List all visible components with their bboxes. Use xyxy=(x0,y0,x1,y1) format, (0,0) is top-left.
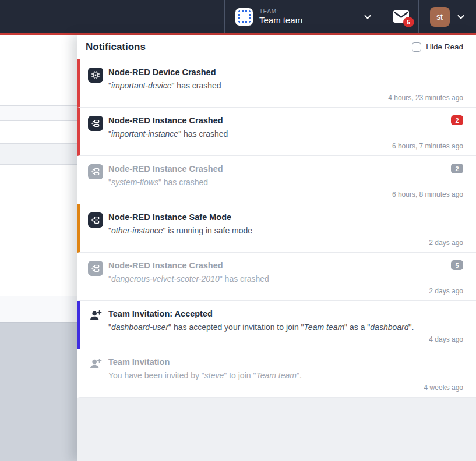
user-add-icon xyxy=(88,357,103,397)
background-table-row xyxy=(0,229,82,263)
panel-title: Notifications xyxy=(86,41,146,53)
notification-body: Node-RED Instance Crashed"dangerous-velv… xyxy=(108,260,269,300)
notification-timestamp: 4 hours, 23 minutes ago xyxy=(388,94,463,102)
team-label: TEAM: xyxy=(259,8,302,15)
instance-icon xyxy=(88,164,103,204)
avatar: st xyxy=(430,7,450,27)
background-table-row xyxy=(0,263,82,296)
background-table-row xyxy=(0,35,82,105)
notification-message: "dangerous-velvet-scoter-2010" has crash… xyxy=(108,274,269,283)
user-menu[interactable]: st xyxy=(418,0,476,33)
team-name: Team team xyxy=(259,15,302,25)
team-icon-glyph xyxy=(238,10,251,23)
notification-item[interactable]: Team InvitationYou have been invited by … xyxy=(77,349,476,398)
notification-timestamp: 6 hours, 7 minutes ago xyxy=(392,142,463,150)
background-table-row xyxy=(0,296,82,322)
notification-message: "important-device" has crashed xyxy=(108,81,221,90)
notification-message: "dashboard-user" has accepted your invit… xyxy=(108,322,414,332)
notification-body: Node-RED Instance Safe Mode"other-instan… xyxy=(108,212,252,252)
notification-item[interactable]: Team Invitation: Accepted"dashboard-user… xyxy=(77,301,476,349)
notification-timestamp: 2 days ago xyxy=(429,239,463,247)
notifications-inbox-button[interactable]: 5 xyxy=(383,0,418,33)
drawer-header: Notifications Hide Read xyxy=(77,35,476,59)
notification-body: Team Invitation: Accepted"dashboard-user… xyxy=(108,308,414,349)
notification-body: Node-RED Device Crashed"important-device… xyxy=(108,67,221,107)
background-page xyxy=(0,35,82,461)
nav-spacer xyxy=(0,0,224,33)
notification-item[interactable]: Node-RED Instance Crashed"dangerous-velv… xyxy=(77,253,476,301)
hide-read-label: Hide Read xyxy=(426,42,463,51)
notification-body: Node-RED Instance Crashed"important-inst… xyxy=(108,115,228,155)
drawer-empty-area xyxy=(77,398,476,461)
notification-message: "other-instance" is running in safe mode xyxy=(108,226,252,235)
background-table-row xyxy=(0,105,82,120)
background-table-row xyxy=(0,143,82,164)
notification-message: "system-flows" has crashed xyxy=(108,178,223,187)
team-selector[interactable]: TEAM: Team team xyxy=(224,0,383,33)
notification-list: Node-RED Device Crashed"important-device… xyxy=(77,59,476,398)
notification-title: Team Invitation xyxy=(108,357,302,367)
top-nav: TEAM: Team team 5 st xyxy=(0,0,476,33)
notification-title: Node-RED Instance Crashed xyxy=(108,164,223,174)
notification-timestamp: 4 days ago xyxy=(429,335,463,343)
notification-timestamp: 6 hours, 8 minutes ago xyxy=(392,190,463,198)
hide-read-toggle[interactable]: Hide Read xyxy=(412,42,463,52)
notification-message: You have been invited by "steve" to join… xyxy=(108,371,302,380)
notification-body: Node-RED Instance Crashed"system-flows" … xyxy=(108,164,223,204)
background-gray-block xyxy=(0,322,82,461)
background-table-row xyxy=(0,120,82,143)
team-icon xyxy=(235,8,253,26)
instance-icon xyxy=(88,260,103,300)
team-text: TEAM: Team team xyxy=(259,8,302,25)
instance-icon xyxy=(88,115,103,155)
notification-title: Node-RED Instance Crashed xyxy=(108,260,269,271)
instance-icon xyxy=(88,212,103,252)
notification-message: "important-instance" has crashed xyxy=(108,129,228,139)
notification-title: Team Invitation: Accepted xyxy=(108,308,414,319)
notification-count-badge: 5 xyxy=(451,260,463,270)
mail-icon: 5 xyxy=(393,10,409,23)
background-table-row xyxy=(0,197,82,229)
notification-count-badge: 2 xyxy=(451,164,463,173)
notification-timestamp: 2 days ago xyxy=(429,287,463,295)
notification-body: Team InvitationYou have been invited by … xyxy=(108,357,302,397)
chevron-down-icon xyxy=(456,12,466,22)
notification-title: Node-RED Instance Crashed xyxy=(108,115,228,126)
notification-count-badge: 2 xyxy=(451,115,463,125)
screen: TEAM: Team team 5 st xyxy=(0,0,476,461)
hide-read-checkbox[interactable] xyxy=(412,42,421,52)
notification-title: Node-RED Device Crashed xyxy=(108,67,221,77)
user-add-icon xyxy=(88,308,103,349)
notification-title: Node-RED Instance Safe Mode xyxy=(108,212,252,222)
notifications-drawer: Notifications Hide Read Node-RED Device … xyxy=(77,35,476,461)
notification-item[interactable]: Node-RED Instance Safe Mode"other-instan… xyxy=(77,204,476,253)
unread-count-badge: 5 xyxy=(403,17,414,27)
notification-item[interactable]: Node-RED Instance Crashed"important-inst… xyxy=(77,108,476,156)
background-table-row xyxy=(0,164,82,197)
device-icon xyxy=(88,67,103,107)
notification-item[interactable]: Node-RED Instance Crashed"system-flows" … xyxy=(77,156,476,204)
notification-item[interactable]: Node-RED Device Crashed"important-device… xyxy=(77,59,476,108)
notification-timestamp: 4 weeks ago xyxy=(424,384,463,392)
chevron-down-icon xyxy=(363,12,372,22)
